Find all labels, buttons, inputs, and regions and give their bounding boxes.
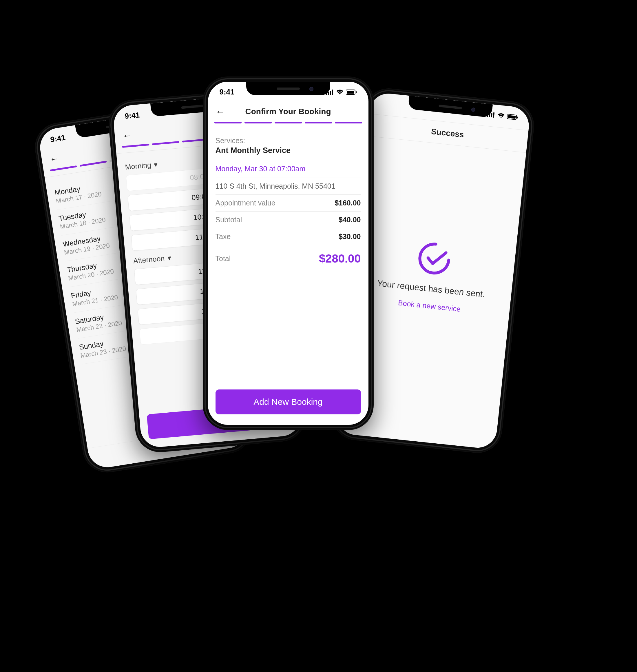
caret-down-icon: ▾ — [167, 253, 171, 262]
page-title: Success — [431, 127, 464, 139]
back-button[interactable]: ← — [48, 153, 60, 164]
svg-rect-23 — [491, 113, 492, 117]
wifi-icon — [497, 113, 505, 119]
services-label: Services: — [216, 137, 361, 145]
svg-rect-16 — [330, 91, 331, 95]
notch — [246, 82, 330, 95]
price-row: Subtotal$40.00 — [216, 212, 361, 228]
morning-label: Morning — [125, 161, 151, 171]
battery-icon — [346, 90, 357, 95]
booking-datetime: Monday, Mar 30 at 07:00am — [216, 160, 361, 178]
price-row: Appointment value$160.00 — [216, 195, 361, 212]
afternoon-label: Afternoon — [133, 254, 165, 265]
booking-address: 110 S 4th St, Minneapolis, MN 55401 — [216, 178, 361, 195]
success-check-icon — [415, 239, 453, 277]
svg-rect-27 — [517, 117, 518, 118]
service-name: Ant Monthly Service — [216, 146, 361, 160]
price-value: $160.00 — [334, 199, 361, 207]
progress-bar — [208, 122, 368, 126]
svg-rect-26 — [508, 115, 516, 119]
svg-rect-17 — [332, 90, 333, 95]
svg-rect-20 — [356, 91, 357, 93]
price-label: Subtotal — [216, 216, 242, 224]
book-new-service-link[interactable]: Book a new service — [397, 298, 461, 313]
status-time: 9:41 — [124, 110, 140, 120]
page-title: Confirm Your Booking — [208, 107, 368, 116]
wifi-icon — [336, 90, 344, 95]
status-time: 9:41 — [50, 133, 66, 144]
price-value: $30.00 — [339, 232, 361, 241]
svg-rect-24 — [493, 112, 494, 117]
success-message: Your request has been sent. — [377, 278, 486, 299]
add-new-booking-button[interactable]: Add New Booking — [216, 389, 361, 414]
price-value: $40.00 — [339, 216, 361, 224]
total-value: $280.00 — [319, 252, 361, 265]
price-label: Taxe — [216, 232, 231, 241]
status-icons — [326, 90, 357, 95]
phone-confirm-booking: 9:41 ← Confirm Your Booking Services: — [203, 76, 374, 430]
price-row: Taxe$30.00 — [216, 228, 361, 245]
total-row: Total $280.00 — [216, 245, 361, 269]
total-label: Total — [216, 254, 231, 263]
back-button[interactable]: ← — [122, 130, 132, 141]
caret-down-icon: ▾ — [153, 160, 158, 169]
price-label: Appointment value — [216, 199, 275, 207]
status-icons — [487, 111, 518, 120]
back-button[interactable]: ← — [216, 107, 225, 117]
battery-icon — [507, 113, 518, 120]
svg-rect-19 — [347, 91, 354, 94]
status-time: 9:41 — [220, 88, 235, 96]
